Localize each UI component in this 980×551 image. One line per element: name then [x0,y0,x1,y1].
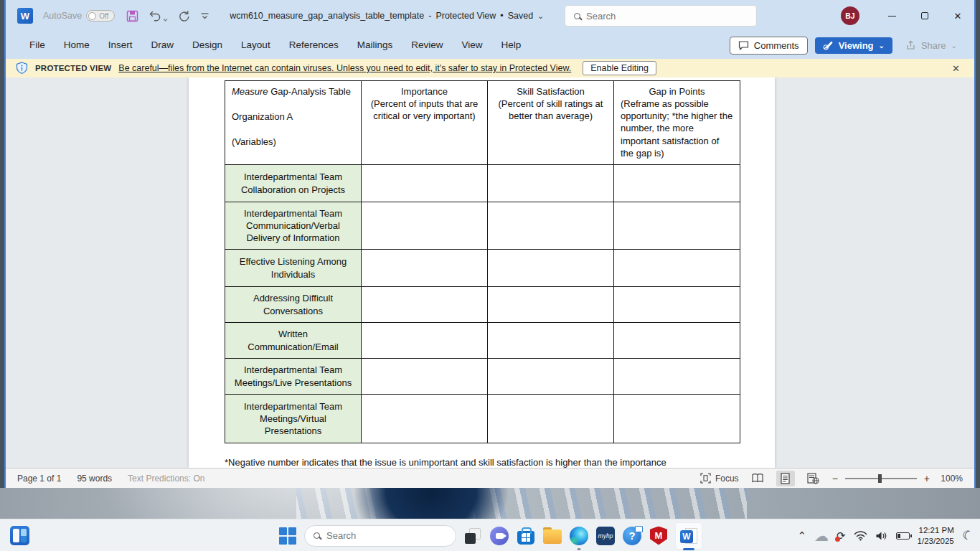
myhp-button[interactable]: myhp [595,526,616,546]
edge-browser-button[interactable] [569,526,589,546]
share-button[interactable]: Share ⌄ [900,37,963,54]
file-explorer-button[interactable] [542,526,562,546]
tab-file[interactable]: File [20,32,55,59]
table-footnote[interactable]: *Negative number indicates that the issu… [225,457,666,468]
windows-logo-icon [279,527,296,545]
tab-design[interactable]: Design [183,32,232,59]
do-not-disturb-moon-icon[interactable]: ☾ [960,527,975,545]
customize-qat-icon[interactable] [200,12,209,20]
row-label[interactable]: Interdepartmental Team Meetings/Virtual … [225,395,362,443]
row-label[interactable]: Effective Listening Among Individuals [225,250,362,287]
minimize-button[interactable] [875,0,908,32]
battery-icon[interactable] [896,532,910,540]
tab-insert[interactable]: Insert [99,32,142,59]
zoom-level[interactable]: 100% [937,474,963,484]
header-gap-in-points[interactable]: Gap in Points (Reframe as possible oppor… [614,81,740,165]
table-cell-empty[interactable] [362,359,488,395]
tab-review[interactable]: Review [402,32,452,59]
table-cell-empty[interactable] [488,250,614,287]
table-cell-empty[interactable] [614,165,740,202]
wifi-icon[interactable] [854,530,867,541]
volume-icon[interactable] [875,531,888,541]
hp-support-button[interactable]: ? [622,526,642,546]
row-label[interactable]: Interdepartmental Team Meetings/Live Pre… [225,359,362,395]
start-button[interactable] [278,526,298,546]
redo-icon[interactable] [178,10,190,22]
row-label[interactable]: Addressing Difficult Conversations [225,287,362,323]
table-cell-empty[interactable] [614,202,740,250]
microsoft-store-button[interactable] [516,526,536,546]
mcafee-button[interactable]: M [649,526,669,546]
title-search-input[interactable] [586,11,730,22]
banner-close-icon[interactable]: ✕ [952,63,960,74]
table-cell-empty[interactable] [362,250,488,287]
maximize-button[interactable] [908,0,941,32]
autosave-control[interactable]: AutoSave Off [43,10,115,22]
tab-mailings[interactable]: Mailings [348,32,402,59]
tab-help[interactable]: Help [492,32,531,59]
tab-home[interactable]: Home [55,32,99,59]
widgets-icon[interactable] [10,526,29,545]
enable-editing-button[interactable]: Enable Editing [583,61,656,75]
read-mode-button[interactable] [748,471,767,486]
zoom-in-button[interactable]: + [924,473,930,484]
task-view-button[interactable] [463,526,483,546]
row-label[interactable]: Written Communication/Email [225,323,362,359]
page-indicator[interactable]: Page 1 of 1 [17,474,61,484]
text-predictions[interactable]: Text Predictions: On [128,474,204,484]
table-cell-empty[interactable] [614,323,740,359]
close-button[interactable]: ✕ [941,0,974,32]
header-skill-satisfaction[interactable]: Skill Satisfaction (Percent of skill rat… [488,81,614,165]
tab-draw[interactable]: Draw [142,32,184,59]
comments-button[interactable]: Comments [730,37,808,55]
row-label[interactable]: Interdepartmental Team Communication/Ver… [225,202,362,250]
header-variables[interactable]: Measure Gap-Analysis Table Organization … [225,81,362,165]
word-count[interactable]: 95 words [77,474,112,484]
table-cell-empty[interactable] [488,323,614,359]
gap-analysis-table[interactable]: Measure Gap-Analysis Table Organization … [225,80,740,443]
tab-view[interactable]: View [452,32,491,59]
web-layout-button[interactable] [804,471,823,486]
zoom-slider[interactable] [845,478,917,479]
row-label[interactable]: Interdepartmental Team Collaboration on … [225,165,362,202]
table-cell-empty[interactable] [488,395,614,443]
document-title[interactable]: wcm610_measure_gap_analysis_table_templa… [230,11,544,21]
hidden-icons-chevron-icon[interactable]: ⌃ [797,530,806,541]
taskbar-search-input[interactable] [326,530,434,541]
table-cell-empty[interactable] [614,250,740,287]
viewing-button[interactable]: Viewing ⌄ [815,37,892,54]
table-cell-empty[interactable] [488,359,614,395]
table-cell-empty[interactable] [362,202,488,250]
zoom-slider-thumb[interactable] [878,474,882,483]
save-icon[interactable] [126,10,138,22]
tab-layout[interactable]: Layout [232,32,280,59]
sync-update-icon[interactable]: ⟳ [837,530,846,541]
table-cell-empty[interactable] [488,287,614,323]
myhp-icon: myhp [596,527,615,545]
user-avatar[interactable]: BJ [841,6,859,25]
table-cell-empty[interactable] [362,287,488,323]
tray-clock[interactable]: 12:21 PM 1/23/2025 [918,525,954,547]
table-cell-empty[interactable] [488,165,614,202]
table-cell-empty[interactable] [488,202,614,250]
autosave-toggle[interactable]: Off [86,10,115,22]
title-search-box[interactable] [565,5,757,27]
table-cell-empty[interactable] [362,323,488,359]
zoom-out-button[interactable]: − [832,473,838,484]
focus-button[interactable]: Focus [700,473,739,484]
table-cell-empty[interactable] [614,395,740,443]
word-app-icon[interactable]: W [17,8,33,24]
table-cell-empty[interactable] [362,165,488,202]
table-cell-empty[interactable] [614,359,740,395]
tab-references[interactable]: References [280,32,348,59]
header-importance[interactable]: Importance (Percent of inputs that are c… [362,81,488,165]
taskbar-search-box[interactable] [304,525,456,547]
teams-chat-button[interactable] [489,526,509,546]
table-cell-empty[interactable] [614,287,740,323]
table-cell-empty[interactable] [362,395,488,443]
banner-message-link[interactable]: Be careful—files from the Internet can c… [118,63,571,73]
print-layout-button[interactable] [776,471,795,486]
onedrive-cloud-icon[interactable]: ☁ [814,529,829,543]
word-taskbar-button[interactable]: W [675,522,702,550]
undo-icon[interactable] [149,10,168,22]
